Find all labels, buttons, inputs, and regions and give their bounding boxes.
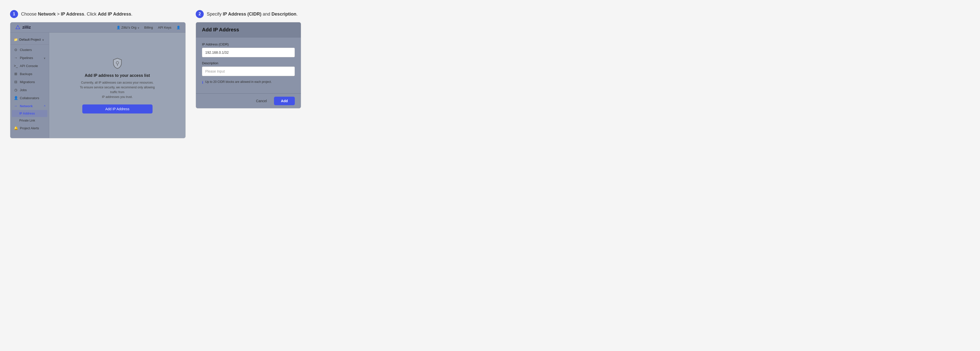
step-1-ip-text: IP Address (61, 11, 84, 17)
step-1-add-text: Add IP Address (98, 11, 131, 17)
ip-address-label: IP Address (19, 112, 35, 115)
network-icon: ↔ (14, 104, 18, 108)
add-ip-dialog: Add IP Address IP Address (CIDR) Descrip… (196, 22, 301, 108)
empty-state-description: Currently, all IP addresses can access y… (77, 80, 158, 100)
private-link-label: Private Link (19, 119, 35, 122)
org-icon: 👤 (116, 26, 121, 29)
dialog-footer: Cancel Add (196, 93, 301, 108)
topbar-right: 👤 Zilliz's Org Billing API Keys 👤 (116, 26, 180, 29)
sidebar-project[interactable]: 📁 Default Project (10, 36, 49, 43)
api-console-icon: >_ (14, 64, 18, 68)
cancel-button[interactable]: Cancel (252, 97, 271, 105)
ip-cidr-field: IP Address (CIDR) (202, 42, 295, 57)
add-ip-address-button[interactable]: Add IP Address (82, 104, 153, 113)
app-window: zilliz 👤 Zilliz's Org Billing API Keys 👤… (10, 22, 186, 138)
pipelines-inner: → Pipelines (14, 56, 33, 60)
network-chevron (44, 104, 45, 108)
project-label: Default Project (19, 38, 41, 41)
step-2-description: Specify IP Address (CIDR) and Descriptio… (207, 11, 298, 17)
sidebar: 📁 Default Project ⊙ Clusters → Pipelines (10, 33, 49, 138)
description-input[interactable] (202, 67, 295, 76)
project-chevron (42, 38, 44, 41)
sidebar-item-jobs[interactable]: ◷ Jobs (10, 86, 49, 94)
sidebar-subitem-ip-address[interactable]: IP Address (12, 110, 48, 117)
pipelines-chevron (44, 56, 45, 60)
sidebar-item-clusters[interactable]: ⊙ Clusters (10, 46, 49, 54)
ip-cidr-input[interactable] (202, 48, 295, 57)
billing-link[interactable]: Billing (144, 26, 153, 29)
sidebar-item-project-alerts[interactable]: 🔔 Project Alerts (10, 124, 49, 132)
info-text: Up to 20 CIDR blocks are allowed in each… (205, 80, 272, 84)
step-1-network-text: Network (38, 11, 56, 17)
backups-label: Backups (20, 72, 32, 76)
step-1-badge: 1 (10, 10, 18, 18)
app-logo-text: zilliz (22, 25, 31, 30)
collaborators-label: Collaborators (20, 96, 39, 100)
sidebar-subitem-private-link[interactable]: Private Link (10, 117, 49, 124)
shield-icon (111, 57, 123, 69)
jobs-label: Jobs (20, 88, 27, 92)
info-box: ℹ Up to 20 CIDR blocks are allowed in ea… (202, 80, 295, 85)
step-2-section: 2 Specify IP Address (CIDR) and Descript… (196, 10, 301, 108)
step-2-header: 2 Specify IP Address (CIDR) and Descript… (196, 10, 301, 18)
svg-marker-0 (16, 26, 20, 29)
sidebar-item-pipelines[interactable]: → Pipelines (10, 54, 49, 62)
user-icon[interactable]: 👤 (177, 26, 180, 29)
migrations-label: Migrations (20, 80, 35, 84)
step-1-header: 1 Choose Network > IP Address. Click Add… (10, 10, 186, 18)
sidebar-item-migrations[interactable]: ⊟ Migrations (10, 78, 49, 86)
sidebar-item-collaborators[interactable]: 👤 Collaborators (10, 94, 49, 102)
app-logo: zilliz (15, 25, 31, 30)
description-label: Description (202, 61, 295, 65)
dialog-title: Add IP Address (202, 27, 295, 33)
description-field: Description (202, 61, 295, 76)
app-body: 📁 Default Project ⊙ Clusters → Pipelines (10, 33, 185, 138)
pipelines-icon: → (14, 56, 18, 60)
backups-icon: ⊞ (14, 72, 18, 76)
app-topbar: zilliz 👤 Zilliz's Org Billing API Keys 👤 (10, 22, 185, 33)
empty-state: Add IP address to your access list Curre… (77, 57, 158, 114)
network-label: Network (20, 104, 33, 108)
project-icon: 📁 (14, 38, 18, 41)
add-button[interactable]: Add (274, 97, 295, 105)
project-alerts-icon: 🔔 (14, 126, 18, 130)
clusters-label: Clusters (20, 48, 32, 52)
step-1-description: Choose Network > IP Address. Click Add I… (21, 11, 132, 17)
step-1-section: 1 Choose Network > IP Address. Click Add… (10, 10, 186, 138)
migrations-icon: ⊟ (14, 80, 18, 84)
dialog-body: IP Address (CIDR) Description ℹ Up to 20… (196, 37, 301, 93)
api-keys-link[interactable]: API Keys (158, 26, 171, 29)
zilliz-logo-icon (15, 25, 20, 30)
sidebar-item-backups[interactable]: ⊞ Backups (10, 70, 49, 78)
sidebar-item-network[interactable]: ↔ Network (10, 102, 49, 110)
main-content: Add IP address to your access list Curre… (49, 33, 185, 138)
step-2-badge: 2 (196, 10, 204, 18)
clusters-icon: ⊙ (14, 48, 18, 52)
api-console-label: API Console (20, 64, 38, 68)
collaborators-icon: 👤 (14, 96, 18, 100)
pipelines-label: Pipelines (20, 56, 33, 60)
step-2-desc-text: Description (272, 11, 296, 17)
org-name: Zilliz's Org (121, 26, 137, 29)
topbar-org[interactable]: 👤 Zilliz's Org (116, 26, 139, 29)
org-chevron (137, 26, 139, 29)
jobs-icon: ◷ (14, 88, 18, 92)
empty-state-title: Add IP address to your access list (77, 73, 158, 78)
ip-cidr-label: IP Address (CIDR) (202, 42, 295, 46)
network-inner: ↔ Network (14, 104, 33, 108)
step-2-cidr-text: IP Address (CIDR) (223, 11, 261, 17)
project-alerts-label: Project Alerts (20, 126, 39, 130)
sidebar-item-api-console[interactable]: >_ API Console (10, 62, 49, 70)
info-icon: ℹ (202, 80, 203, 85)
dialog-header: Add IP Address (196, 22, 301, 37)
